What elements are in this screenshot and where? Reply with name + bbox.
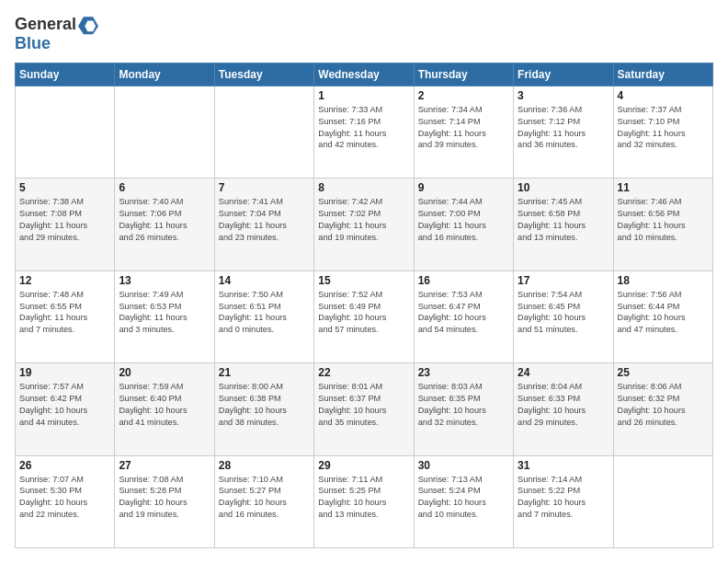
day-info: Sunrise: 7:50 AM Sunset: 6:51 PM Dayligh… [219,289,310,337]
day-info: Sunrise: 7:07 AM Sunset: 5:30 PM Dayligh… [19,474,110,522]
calendar-cell: 27Sunrise: 7:08 AM Sunset: 5:28 PM Dayli… [115,455,214,547]
calendar-cell: 11Sunrise: 7:46 AM Sunset: 6:56 PM Dayli… [613,178,712,270]
calendar-cell: 17Sunrise: 7:54 AM Sunset: 6:45 PM Dayli… [514,270,613,362]
calendar-cell [115,86,214,178]
day-number: 23 [418,366,509,379]
calendar-cell: 8Sunrise: 7:42 AM Sunset: 7:02 PM Daylig… [314,178,414,270]
calendar-cell: 14Sunrise: 7:50 AM Sunset: 6:51 PM Dayli… [214,270,313,362]
calendar-cell [16,86,115,178]
calendar-cell: 10Sunrise: 7:45 AM Sunset: 6:58 PM Dayli… [514,178,613,270]
day-info: Sunrise: 7:45 AM Sunset: 6:58 PM Dayligh… [518,196,609,244]
day-number: 19 [19,366,110,379]
day-info: Sunrise: 8:06 AM Sunset: 6:32 PM Dayligh… [618,381,709,429]
calendar-cell: 5Sunrise: 7:38 AM Sunset: 7:08 PM Daylig… [16,178,115,270]
weekday-header: Friday [514,63,613,86]
day-info: Sunrise: 7:49 AM Sunset: 6:53 PM Dayligh… [119,289,210,337]
logo: GeneralBlue [15,15,98,53]
day-number: 29 [318,459,409,472]
day-info: Sunrise: 7:59 AM Sunset: 6:40 PM Dayligh… [119,381,210,429]
calendar-cell: 31Sunrise: 7:14 AM Sunset: 5:22 PM Dayli… [514,455,613,547]
day-info: Sunrise: 7:11 AM Sunset: 5:25 PM Dayligh… [318,474,409,522]
page: GeneralBlue SundayMondayTuesdayWednesday… [0,0,728,563]
day-info: Sunrise: 7:33 AM Sunset: 7:16 PM Dayligh… [318,104,409,152]
calendar-week-row: 5Sunrise: 7:38 AM Sunset: 7:08 PM Daylig… [16,178,713,270]
day-info: Sunrise: 7:40 AM Sunset: 7:06 PM Dayligh… [119,196,210,244]
calendar-table: SundayMondayTuesdayWednesdayThursdayFrid… [15,63,713,548]
calendar-cell: 4Sunrise: 7:37 AM Sunset: 7:10 PM Daylig… [613,86,712,178]
day-info: Sunrise: 7:10 AM Sunset: 5:27 PM Dayligh… [219,474,310,522]
logo-general: General [15,15,76,33]
weekday-header: Monday [115,63,214,86]
day-number: 28 [219,459,310,472]
day-number: 9 [418,181,509,194]
day-number: 16 [418,274,509,287]
day-info: Sunrise: 7:08 AM Sunset: 5:28 PM Dayligh… [119,474,210,522]
day-info: Sunrise: 7:46 AM Sunset: 6:56 PM Dayligh… [618,196,709,244]
calendar-cell: 12Sunrise: 7:48 AM Sunset: 6:55 PM Dayli… [16,270,115,362]
day-number: 21 [219,366,310,379]
day-info: Sunrise: 7:41 AM Sunset: 7:04 PM Dayligh… [219,196,310,244]
day-number: 18 [618,274,709,287]
day-info: Sunrise: 7:37 AM Sunset: 7:10 PM Dayligh… [618,104,709,152]
calendar-cell: 1Sunrise: 7:33 AM Sunset: 7:16 PM Daylig… [314,86,414,178]
calendar-week-row: 12Sunrise: 7:48 AM Sunset: 6:55 PM Dayli… [16,270,713,362]
day-info: Sunrise: 7:52 AM Sunset: 6:49 PM Dayligh… [318,289,409,337]
calendar-cell: 2Sunrise: 7:34 AM Sunset: 7:14 PM Daylig… [414,86,513,178]
calendar-cell: 7Sunrise: 7:41 AM Sunset: 7:04 PM Daylig… [214,178,313,270]
day-number: 4 [618,89,709,102]
calendar-week-row: 1Sunrise: 7:33 AM Sunset: 7:16 PM Daylig… [16,86,713,178]
calendar-cell: 3Sunrise: 7:36 AM Sunset: 7:12 PM Daylig… [514,86,613,178]
calendar-cell [613,455,712,547]
calendar-cell: 24Sunrise: 8:04 AM Sunset: 6:33 PM Dayli… [514,363,613,455]
day-info: Sunrise: 7:34 AM Sunset: 7:14 PM Dayligh… [418,104,509,152]
day-info: Sunrise: 7:53 AM Sunset: 6:47 PM Dayligh… [418,289,509,337]
day-number: 11 [618,181,709,194]
day-number: 27 [119,459,210,472]
day-number: 13 [119,274,210,287]
weekday-header: Tuesday [214,63,313,86]
day-info: Sunrise: 7:36 AM Sunset: 7:12 PM Dayligh… [518,104,609,152]
day-info: Sunrise: 7:54 AM Sunset: 6:45 PM Dayligh… [518,289,609,337]
day-number: 14 [219,274,310,287]
logo-icon [78,15,98,35]
weekday-header: Wednesday [314,63,414,86]
calendar-cell: 26Sunrise: 7:07 AM Sunset: 5:30 PM Dayli… [16,455,115,547]
day-number: 26 [19,459,110,472]
calendar-cell: 28Sunrise: 7:10 AM Sunset: 5:27 PM Dayli… [214,455,313,547]
calendar-cell: 29Sunrise: 7:11 AM Sunset: 5:25 PM Dayli… [314,455,414,547]
calendar-cell: 20Sunrise: 7:59 AM Sunset: 6:40 PM Dayli… [115,363,214,455]
calendar-cell: 19Sunrise: 7:57 AM Sunset: 6:42 PM Dayli… [16,363,115,455]
logo-text: GeneralBlue [15,15,98,53]
day-info: Sunrise: 8:00 AM Sunset: 6:38 PM Dayligh… [219,381,310,429]
day-number: 31 [518,459,609,472]
day-number: 22 [318,366,409,379]
calendar-cell: 25Sunrise: 8:06 AM Sunset: 6:32 PM Dayli… [613,363,712,455]
day-number: 5 [19,181,110,194]
day-info: Sunrise: 7:56 AM Sunset: 6:44 PM Dayligh… [618,289,709,337]
day-info: Sunrise: 8:04 AM Sunset: 6:33 PM Dayligh… [518,381,609,429]
day-number: 17 [518,274,609,287]
day-number: 6 [119,181,210,194]
day-number: 12 [19,274,110,287]
calendar-header-row: SundayMondayTuesdayWednesdayThursdayFrid… [16,63,713,86]
day-info: Sunrise: 8:03 AM Sunset: 6:35 PM Dayligh… [418,381,509,429]
day-number: 10 [518,181,609,194]
day-info: Sunrise: 8:01 AM Sunset: 6:37 PM Dayligh… [318,381,409,429]
day-number: 3 [518,89,609,102]
day-number: 30 [418,459,509,472]
calendar-cell: 9Sunrise: 7:44 AM Sunset: 7:00 PM Daylig… [414,178,513,270]
day-info: Sunrise: 7:44 AM Sunset: 7:00 PM Dayligh… [418,196,509,244]
day-number: 20 [119,366,210,379]
calendar-cell [214,86,313,178]
calendar-cell: 15Sunrise: 7:52 AM Sunset: 6:49 PM Dayli… [314,270,414,362]
calendar-cell: 18Sunrise: 7:56 AM Sunset: 6:44 PM Dayli… [613,270,712,362]
calendar-cell: 30Sunrise: 7:13 AM Sunset: 5:24 PM Dayli… [414,455,513,547]
day-number: 1 [318,89,409,102]
weekday-header: Saturday [613,63,712,86]
calendar-cell: 23Sunrise: 8:03 AM Sunset: 6:35 PM Dayli… [414,363,513,455]
day-number: 8 [318,181,409,194]
calendar-cell: 16Sunrise: 7:53 AM Sunset: 6:47 PM Dayli… [414,270,513,362]
day-info: Sunrise: 7:42 AM Sunset: 7:02 PM Dayligh… [318,196,409,244]
day-number: 25 [618,366,709,379]
day-number: 24 [518,366,609,379]
